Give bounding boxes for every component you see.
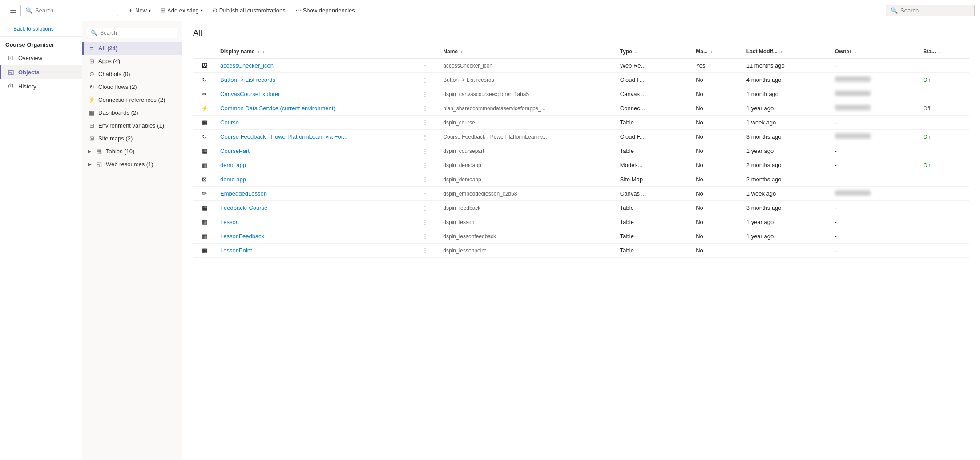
row-more-button[interactable]: ⋮ [418,244,439,258]
row-managed: No [691,201,742,215]
table-row[interactable]: ▦LessonFeedback⋮dspin_lessonfeedbackTabl… [193,229,969,244]
more-actions-button[interactable]: ... [361,5,374,16]
table-row[interactable]: ⚡Common Data Service (current environmen… [193,101,969,116]
sidebar-item-envvars[interactable]: ⊟ Environment variables (1) [82,119,182,132]
sidebar-item-objects[interactable]: ◱ Objects [0,65,82,79]
row-display-name: EmbeddedLesson [216,187,418,201]
table-row[interactable]: 🖼accessChecker_icon⋮accessChecker_iconWe… [193,59,969,73]
show-dependencies-button[interactable]: ⋯ Show dependencies [291,5,359,16]
sidebar-item-webresources[interactable]: ▶ ◱ Web resources (1) [82,158,182,171]
topbar: ☰ 🔍 ＋ New ▾ ⊞ Add existing ▾ ⊙ Publish a… [0,0,980,21]
row-owner [831,130,919,144]
row-name: dspin_course [439,116,616,130]
row-more-button[interactable]: ⋮ [418,87,439,101]
row-managed: No [691,130,742,144]
row-last-modified: 1 year ago [742,144,831,158]
col-last-modified[interactable]: Last Modif... ↓ [742,45,831,59]
row-type: Canvas ... [616,187,691,201]
table-row[interactable]: ▦Course⋮dspin_courseTableNo1 week ago- [193,116,969,130]
add-existing-button[interactable]: ⊞ Add existing ▾ [157,5,207,16]
row-last-modified: 11 months ago [742,59,831,73]
envvars-icon: ⊟ [88,122,95,129]
new-button[interactable]: ＋ New ▾ [124,4,155,17]
table-row[interactable]: ▦CoursePart⋮dspin_coursepartTableNo1 yea… [193,144,969,158]
objects-table: Display name ↑ ↓ Name ↓ Type ↓ [193,45,969,258]
row-type-icon: ▦ [193,229,216,244]
row-display-name: LessonPoint [216,244,418,258]
row-type-icon: ✏ [193,187,216,201]
row-more-button[interactable]: ⋮ [418,201,439,215]
table-row[interactable]: ▦demo app⋮dspin_demoappModel-...No2 mont… [193,158,969,172]
table-row[interactable]: ▦Feedback_Course⋮dspin_feedbackTableNo3 … [193,201,969,215]
search-input[interactable] [35,7,113,14]
row-type-icon: ▦ [193,201,216,215]
col-status[interactable]: Sta... ↓ [919,45,969,59]
row-managed: No [691,87,742,101]
publish-button[interactable]: ⊙ Publish all customizations [209,5,290,16]
back-arrow-icon: ← [5,26,11,32]
sidebar-item-all[interactable]: ≡ All (24) [82,42,182,55]
sidebar-item-overview[interactable]: ⊡ Overview [0,51,82,65]
sidebar-search-input[interactable] [100,30,173,36]
table-row[interactable]: ✏EmbeddedLesson⋮dspin_embeddedlesson_c2b… [193,187,969,201]
row-display-name: CoursePart [216,144,418,158]
row-more-button[interactable]: ⋮ [418,116,439,130]
table-row[interactable]: ↻Button -> List records⋮Button -> List r… [193,73,969,87]
sidebar-search-box[interactable]: 🔍 [87,28,177,38]
row-display-name: Common Data Service (current environment… [216,101,418,116]
topbar-right-search-box[interactable]: 🔍 [886,5,975,16]
row-managed: No [691,229,742,244]
table-row[interactable]: ✏CanvasCourseExplorer⋮dspin_canvascourse… [193,87,969,101]
row-more-button[interactable]: ⋮ [418,229,439,244]
sidebar-item-apps[interactable]: ⊞ Apps (4) [82,55,182,68]
row-more-button[interactable]: ⋮ [418,172,439,187]
row-owner: - [831,215,919,229]
sidebar-item-history[interactable]: ⏱ History [0,79,82,93]
col-name[interactable]: Name ↓ [439,45,616,59]
right-search-input[interactable] [900,7,970,14]
col-display-name[interactable]: Display name ↑ ↓ [216,45,418,59]
sidebar-item-cloudflows[interactable]: ↻ Cloud flows (2) [82,80,182,93]
sidebar-item-tables[interactable]: ▶ ▦ Tables (10) [82,145,182,158]
col-type[interactable]: Type ↓ [616,45,691,59]
expand-webresources-icon: ▶ [88,162,92,167]
row-more-button[interactable]: ⋮ [418,73,439,87]
back-to-solutions-link[interactable]: ← Back to solutions [0,21,82,37]
row-status [919,144,969,158]
search-icon-right: 🔍 [891,7,898,14]
row-last-modified: 1 year ago [742,101,831,116]
row-more-button[interactable]: ⋮ [418,144,439,158]
add-existing-icon: ⊞ [161,7,165,14]
plus-icon: ＋ [128,7,133,15]
search-icon: 🔍 [25,7,32,14]
left-nav: ← Back to solutions Course Organiser ⊡ O… [0,21,82,460]
row-owner [831,87,919,101]
sidebar-item-connectionrefs[interactable]: ⚡ Connection references (2) [82,93,182,106]
sidebar-item-chatbots[interactable]: ⊙ Chatbots (0) [82,68,182,80]
row-more-button[interactable]: ⋮ [418,130,439,144]
row-type: Table [616,229,691,244]
row-owner [831,73,919,87]
cloudflows-icon: ↻ [88,84,95,90]
modified-sort-icon: ↓ [780,49,782,54]
col-owner[interactable]: Owner ↓ [831,45,919,59]
row-owner [831,187,919,201]
row-more-button[interactable]: ⋮ [418,158,439,172]
table-row[interactable]: ▦Lesson⋮dspin_lessonTableNo1 year ago- [193,215,969,229]
row-type: Connec... [616,101,691,116]
status-sort-icon: ↓ [939,49,941,54]
col-managed[interactable]: Ma... ↓ [691,45,742,59]
sidebar: 🔍 ≡ All (24) ⊞ Apps (4) ⊙ Chatbots (0) ↻… [82,21,182,460]
row-more-button[interactable]: ⋮ [418,101,439,116]
topbar-search-box[interactable]: 🔍 [20,5,118,16]
type-sort-icon: ↓ [635,49,637,54]
row-more-button[interactable]: ⋮ [418,215,439,229]
row-more-button[interactable]: ⋮ [418,187,439,201]
table-row[interactable]: ▦LessonPoint⋮dspin_lessonpointTableNo- [193,244,969,258]
table-row[interactable]: ↻Course Feedback - PowerPlatformLearn vi… [193,130,969,144]
sidebar-item-sitemaps[interactable]: ⊠ Site maps (2) [82,132,182,145]
row-more-button[interactable]: ⋮ [418,59,439,73]
sidebar-item-dashboards[interactable]: ▦ Dashboards (2) [82,106,182,119]
hamburger-icon[interactable]: ☰ [5,6,20,15]
table-row[interactable]: ⊠demo app⋮dspin_demoappSite MapNo2 month… [193,172,969,187]
